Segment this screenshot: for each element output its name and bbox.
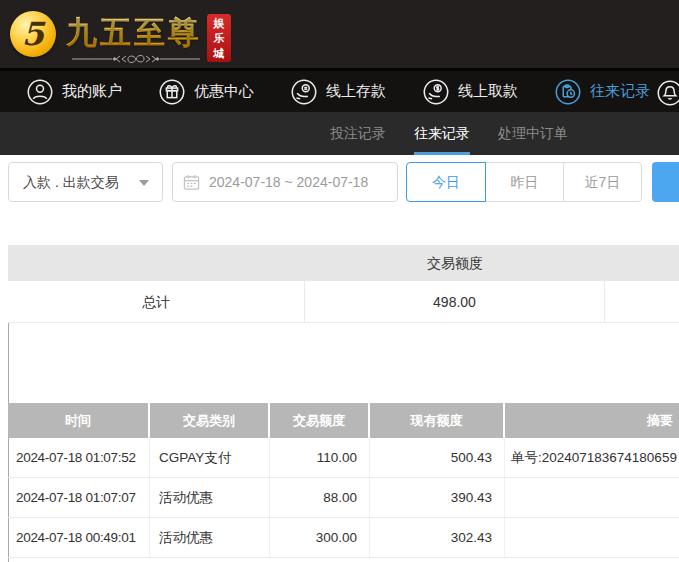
nav-item-my-account[interactable]: 我的账户: [27, 79, 122, 105]
cell-amount: 110.00: [270, 438, 370, 477]
col-header-memo: 摘要: [505, 403, 679, 438]
filter-row: 入款 . 出款交易 2024-07-18 ~ 2024-07-18 今日 昨日 …: [0, 162, 679, 202]
content-area: 入款 . 出款交易 2024-07-18 ~ 2024-07-18 今日 昨日 …: [0, 155, 679, 562]
brand-name: 九五至尊: [66, 12, 202, 54]
cell-time: 2024-07-18 01:07:52: [8, 438, 150, 477]
chevron-down-icon: [139, 180, 149, 186]
date-range-input[interactable]: 2024-07-18 ~ 2024-07-18: [172, 162, 398, 202]
main-nav: 我的账户 优惠中心 线上存款: [0, 68, 679, 112]
transaction-type-select[interactable]: 入款 . 出款交易: [8, 162, 163, 202]
cell-balance: 302.43: [370, 518, 505, 557]
nav-item-withdraw[interactable]: 线上取款: [423, 79, 518, 105]
cell-memo: [505, 518, 679, 557]
site-logo[interactable]: 5 九五至尊 娱 乐 城: [8, 6, 238, 64]
table-row: 2024-07-18 00:49:01 活动优惠 300.00 302.43: [8, 518, 679, 558]
col-header-time: 时间: [8, 403, 150, 438]
cell-category: 活动优惠: [150, 478, 270, 517]
logo-glyph: 5: [10, 13, 56, 55]
summary-table: 交易额度 总计 498.00: [8, 245, 679, 323]
summary-total-label: 总计: [8, 281, 305, 323]
clipboard-clock-icon: [555, 79, 581, 105]
cell-balance: 500.43: [370, 438, 505, 477]
tab-betting-records[interactable]: 投注记录: [330, 112, 386, 155]
cell-time: 2024-07-18 00:49:01: [8, 518, 150, 557]
summary-header-empty: [8, 245, 305, 281]
tab-transaction-records[interactable]: 往来记录: [414, 112, 470, 155]
hand-dollar-icon: [423, 79, 449, 105]
brand-header: 5 九五至尊 娱 乐 城: [0, 0, 679, 68]
nav-label: 线上取款: [458, 82, 518, 101]
cell-amount: 88.00: [270, 478, 370, 517]
summary-total-value: 498.00: [305, 281, 605, 323]
logo-coin-icon: 5: [10, 11, 56, 57]
gift-icon: [159, 79, 185, 105]
today-button[interactable]: 今日: [406, 162, 486, 202]
record-tabs-bar: 投注记录 往来记录 处理中订单: [0, 112, 679, 155]
col-header-balance: 现有额度: [370, 403, 505, 438]
cell-time: 2024-07-18 01:07:07: [8, 478, 150, 517]
search-button[interactable]: [652, 162, 679, 202]
summary-total-row: 总计 498.00: [8, 281, 679, 323]
record-tabs: 投注记录 往来记录 处理中订单: [330, 112, 568, 155]
table-row: 2024-07-18 01:07:07 活动优惠 88.00 390.43: [8, 478, 679, 518]
cell-category: 活动优惠: [150, 518, 270, 557]
summary-header-empty: [605, 245, 679, 281]
person-icon: [27, 79, 53, 105]
tab-pending-orders[interactable]: 处理中订单: [498, 112, 568, 155]
nav-label: 线上存款: [326, 82, 386, 101]
notifications-bell[interactable]: [657, 80, 679, 106]
table-row: 2024-07-18 01:07:52 CGPAY支付 110.00 500.4…: [8, 438, 679, 478]
cell-memo: [505, 478, 679, 517]
nav-label: 优惠中心: [194, 82, 254, 101]
summary-empty-cell: [605, 281, 679, 323]
brand-badge: 娱 乐 城: [207, 14, 231, 62]
col-header-category: 交易类别: [150, 403, 270, 438]
nav-item-transactions[interactable]: 往来记录: [555, 79, 650, 105]
date-range-value: 2024-07-18 ~ 2024-07-18: [209, 163, 368, 201]
transactions-page: 5 九五至尊 娱 乐 城: [0, 0, 679, 562]
cell-balance: 390.43: [370, 478, 505, 517]
flourish-ornament-icon: [70, 52, 202, 66]
calendar-icon: [183, 174, 200, 191]
bell-icon: [657, 80, 679, 106]
summary-header-amount: 交易额度: [305, 245, 605, 281]
nav-item-deposit[interactable]: 线上存款: [291, 79, 386, 105]
cell-memo: 单号:202407183674180659: [505, 438, 679, 477]
nav-item-promotions[interactable]: 优惠中心: [159, 79, 254, 105]
col-header-amount: 交易额度: [270, 403, 370, 438]
records-header-row: 时间 交易类别 交易额度 现有额度 摘要: [8, 403, 679, 438]
quick-date-buttons: 今日 昨日 近7日: [406, 162, 642, 202]
records-table: 时间 交易类别 交易额度 现有额度 摘要 2024-07-18 01:07:52…: [8, 403, 679, 558]
yesterday-button[interactable]: 昨日: [485, 162, 564, 202]
nav-label: 往来记录: [590, 82, 650, 101]
last7days-button[interactable]: 近7日: [563, 162, 642, 202]
select-value: 入款 . 出款交易: [23, 163, 119, 201]
hand-coin-icon: [291, 79, 317, 105]
summary-header-row: 交易额度: [8, 245, 679, 281]
cell-category: CGPAY支付: [150, 438, 270, 477]
cell-amount: 300.00: [270, 518, 370, 557]
nav-label: 我的账户: [62, 82, 122, 101]
